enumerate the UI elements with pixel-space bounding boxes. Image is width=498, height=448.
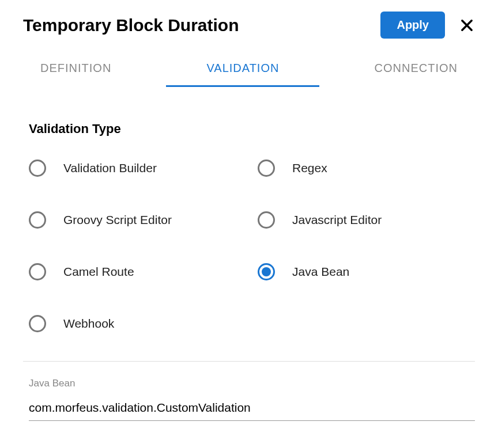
java-bean-input-section: Java Bean <box>23 378 475 421</box>
radio-label: Java Bean <box>292 265 349 279</box>
radio-validation-builder[interactable]: Validation Builder <box>29 160 246 177</box>
radio-circle-icon <box>258 211 275 229</box>
close-button[interactable] <box>459 17 475 33</box>
radio-label: Validation Builder <box>63 161 157 175</box>
tab-validation[interactable]: VALIDATION <box>166 62 319 87</box>
close-icon <box>459 17 475 33</box>
radio-circle-icon <box>29 160 46 177</box>
radio-label: Regex <box>292 161 327 175</box>
radio-javascript-editor[interactable]: Javascript Editor <box>258 211 475 229</box>
radio-label: Javascript Editor <box>292 213 382 227</box>
radio-java-bean[interactable]: Java Bean <box>258 263 475 280</box>
modal-header: Temporary Block Duration Apply <box>23 12 475 39</box>
radio-webhook[interactable]: Webhook <box>29 315 246 332</box>
header-actions: Apply <box>380 12 475 39</box>
radio-label: Groovy Script Editor <box>63 213 172 227</box>
modal-container: Temporary Block Duration Apply DEFINITIO… <box>0 0 498 448</box>
tab-connection[interactable]: CONNECTION <box>375 62 458 87</box>
radio-circle-icon <box>258 263 275 280</box>
java-bean-input[interactable] <box>29 397 475 421</box>
radio-circle-icon <box>29 263 46 280</box>
radio-label: Camel Route <box>63 265 134 279</box>
radio-groovy-script-editor[interactable]: Groovy Script Editor <box>29 211 246 229</box>
radio-circle-icon <box>258 160 275 177</box>
input-label: Java Bean <box>29 378 475 389</box>
radio-label: Webhook <box>63 317 114 331</box>
validation-type-options: Validation Builder Regex Groovy Script E… <box>23 160 475 362</box>
radio-circle-icon <box>29 315 46 332</box>
modal-title: Temporary Block Duration <box>23 16 239 35</box>
radio-regex[interactable]: Regex <box>258 160 475 177</box>
tab-definition[interactable]: DEFINITION <box>40 62 111 87</box>
radio-camel-route[interactable]: Camel Route <box>29 263 246 280</box>
radio-circle-icon <box>29 211 46 229</box>
apply-button[interactable]: Apply <box>380 12 445 39</box>
tabs-container: DEFINITION VALIDATION CONNECTION <box>23 62 475 87</box>
section-title: Validation Type <box>23 122 475 136</box>
